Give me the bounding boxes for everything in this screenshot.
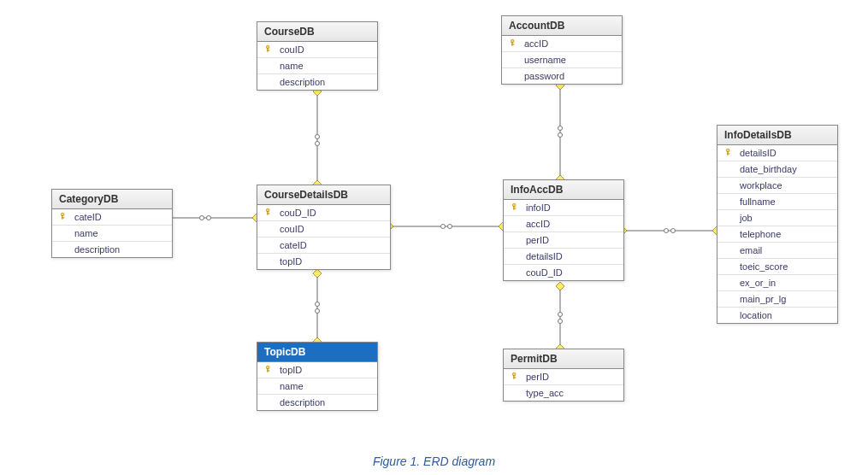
- column-key-cell: [717, 226, 735, 243]
- svg-point-38: [512, 203, 516, 207]
- column-row[interactable]: location: [717, 308, 837, 324]
- column-row[interactable]: couID: [257, 221, 390, 238]
- column-name: perID: [521, 232, 623, 249]
- entity-coursedetailsdb[interactable]: CourseDetailsDBcouD_IDcouIDcateIDtopID: [257, 185, 391, 270]
- column-row[interactable]: type_acc: [504, 385, 623, 402]
- column-row[interactable]: description: [257, 74, 377, 91]
- svg-point-4: [316, 142, 320, 146]
- entity-infoaccdb[interactable]: InfoAccDBinfoIDaccIDperIDdetailsIDcouD_I…: [503, 179, 624, 281]
- column-row[interactable]: cateID: [52, 209, 172, 226]
- column-row[interactable]: ex_or_in: [717, 275, 837, 291]
- column-key-cell: [504, 200, 521, 216]
- column-key-cell: [257, 395, 275, 411]
- column-row[interactable]: infoID: [504, 200, 623, 216]
- column-row[interactable]: main_pr_lg: [717, 291, 837, 308]
- primary-key-icon: [265, 365, 272, 373]
- column-name: name: [69, 226, 172, 242]
- column-name: toeic_score: [735, 259, 837, 275]
- column-name: description: [69, 242, 172, 258]
- svg-point-19: [558, 320, 563, 324]
- entity-infodetailsdb[interactable]: InfoDetailsDBdetailsIDdate_birthdayworkp…: [717, 125, 838, 324]
- column-row[interactable]: accID: [502, 36, 622, 52]
- column-row[interactable]: workplace: [717, 178, 837, 194]
- column-name: job: [735, 210, 837, 226]
- column-row[interactable]: fullname: [717, 194, 837, 210]
- column-name: description: [275, 395, 377, 411]
- column-row[interactable]: job: [717, 210, 837, 226]
- entity-topicdb[interactable]: TopicDBtopIDnamedescription: [257, 342, 378, 411]
- column-key-cell: [257, 378, 275, 395]
- column-row[interactable]: topID: [257, 362, 377, 378]
- column-name: name: [275, 378, 377, 395]
- svg-rect-27: [268, 49, 269, 52]
- column-row[interactable]: topID: [257, 254, 390, 270]
- column-row[interactable]: name: [52, 226, 172, 242]
- column-name: accID: [519, 36, 622, 52]
- figure-caption: Figure 1. ERD diagram: [0, 454, 868, 468]
- primary-key-icon: [510, 38, 517, 47]
- column-key-cell: [717, 161, 735, 178]
- svg-point-18: [558, 313, 563, 317]
- svg-point-41: [512, 372, 516, 376]
- column-name: cateID: [69, 209, 172, 226]
- svg-point-23: [61, 213, 64, 216]
- entity-columns: couIDnamedescription: [257, 42, 377, 90]
- svg-rect-43: [514, 378, 516, 378]
- column-key-cell: [504, 265, 521, 281]
- entity-permitdb[interactable]: PermitDBperIDtype_acc: [503, 349, 624, 402]
- column-row[interactable]: username: [502, 52, 622, 68]
- column-row[interactable]: description: [257, 395, 377, 411]
- entity-categorydb[interactable]: CategoryDBcateIDnamedescription: [51, 189, 173, 258]
- column-name: topID: [275, 254, 390, 270]
- column-name: cateID: [275, 238, 390, 254]
- column-row[interactable]: description: [52, 242, 172, 258]
- column-key-cell: [52, 209, 69, 226]
- column-row[interactable]: cateID: [257, 238, 390, 254]
- column-row[interactable]: accID: [504, 216, 623, 232]
- column-row[interactable]: toeic_score: [717, 259, 837, 275]
- column-key-cell: [504, 216, 521, 232]
- svg-rect-40: [514, 208, 516, 209]
- column-row[interactable]: password: [502, 68, 622, 85]
- entity-title: PermitDB: [504, 349, 623, 369]
- column-key-cell: [502, 36, 519, 52]
- svg-point-13: [448, 225, 452, 229]
- column-key-cell: [502, 68, 519, 85]
- column-row[interactable]: detailsID: [717, 145, 837, 161]
- column-row[interactable]: couID: [257, 42, 377, 58]
- svg-point-12: [441, 225, 446, 229]
- entity-coursedb[interactable]: CourseDBcouIDnamedescription: [257, 21, 378, 91]
- column-row[interactable]: name: [257, 378, 377, 395]
- column-row[interactable]: perID: [504, 232, 623, 249]
- column-name: email: [735, 243, 837, 259]
- column-name: username: [519, 52, 622, 68]
- column-name: couID: [275, 221, 390, 238]
- column-key-cell: [717, 259, 735, 275]
- svg-point-3: [316, 135, 320, 139]
- entity-accountdb[interactable]: AccountDBaccIDusernamepassword: [501, 15, 623, 85]
- column-row[interactable]: couD_ID: [257, 205, 390, 221]
- svg-rect-34: [268, 371, 269, 372]
- entity-title: TopicDB: [257, 343, 377, 362]
- column-key-cell: [257, 362, 275, 378]
- column-row[interactable]: date_birthday: [717, 161, 837, 178]
- column-name: infoID: [521, 200, 623, 216]
- column-key-cell: [257, 58, 275, 74]
- svg-point-15: [558, 126, 563, 131]
- column-row[interactable]: telephone: [717, 226, 837, 243]
- column-name: ex_or_in: [735, 275, 837, 291]
- column-row[interactable]: email: [717, 243, 837, 259]
- column-name: perID: [521, 369, 623, 385]
- column-row[interactable]: name: [257, 58, 377, 74]
- column-row[interactable]: couD_ID: [504, 265, 623, 281]
- column-row[interactable]: detailsID: [504, 249, 623, 265]
- entity-columns: perIDtype_acc: [504, 369, 623, 401]
- column-key-cell: [717, 308, 735, 324]
- svg-rect-36: [512, 43, 513, 46]
- column-row[interactable]: perID: [504, 369, 623, 385]
- column-name: type_acc: [521, 385, 623, 402]
- svg-rect-28: [268, 50, 269, 51]
- entity-title: InfoDetailsDB: [717, 126, 837, 145]
- entity-columns: accIDusernamepassword: [502, 36, 622, 84]
- svg-rect-37: [512, 44, 514, 45]
